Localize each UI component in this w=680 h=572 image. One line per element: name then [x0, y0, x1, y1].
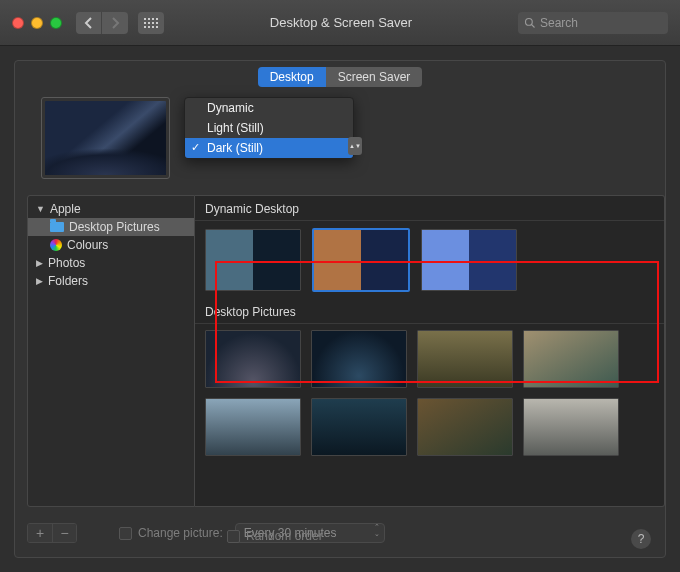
search-icon [524, 17, 536, 29]
sidebar-item-apple[interactable]: ▼ Apple [28, 200, 194, 218]
dropdown-menu: Dynamic Light (Still) Dark (Still) [184, 97, 354, 159]
wallpaper-thumb[interactable] [417, 398, 513, 456]
close-window-button[interactable] [12, 17, 24, 29]
checkbox-icon [119, 527, 132, 540]
chevron-right-icon [110, 17, 120, 29]
add-remove-source: + − [27, 523, 77, 543]
disclosure-right-icon: ▶ [36, 276, 43, 286]
tab-desktop[interactable]: Desktop [258, 67, 326, 87]
minimize-window-button[interactable] [31, 17, 43, 29]
wallpaper-thumb[interactable] [205, 330, 301, 388]
wallpaper-thumb[interactable] [523, 330, 619, 388]
dropdown-option-dark-still[interactable]: Dark (Still) [185, 138, 353, 158]
sidebar-label: Apple [50, 202, 81, 216]
wallpaper-thumb[interactable] [417, 330, 513, 388]
bottom-bar: + − Change picture: Every 30 minutes ? [27, 517, 653, 549]
wallpaper-appearance-dropdown[interactable]: Dynamic Light (Still) Dark (Still) ▲▼ [184, 97, 354, 159]
traffic-lights [12, 17, 62, 29]
sidebar-label: Colours [67, 238, 108, 252]
stepper-arrows-icon: ▲▼ [348, 137, 362, 155]
wallpaper-thumb[interactable] [311, 398, 407, 456]
disclosure-right-icon: ▶ [36, 258, 43, 268]
wallpaper-thumb[interactable] [311, 330, 407, 388]
zoom-window-button[interactable] [50, 17, 62, 29]
svg-line-1 [532, 24, 535, 27]
svg-point-0 [526, 18, 533, 25]
sidebar-item-photos[interactable]: ▶ Photos [28, 254, 194, 272]
search-field[interactable]: Search [518, 12, 668, 34]
sidebar-item-desktop-pictures[interactable]: Desktop Pictures [28, 218, 194, 236]
sidebar-label: Desktop Pictures [69, 220, 160, 234]
search-placeholder: Search [540, 16, 578, 30]
random-order-label: Random order [246, 529, 323, 543]
random-order-checkbox[interactable]: Random order [227, 529, 323, 543]
source-list: ▼ Apple Desktop Pictures Colours ▶ Photo… [27, 195, 195, 507]
current-wallpaper-preview [41, 97, 170, 179]
back-button[interactable] [76, 12, 102, 34]
dynamic-thumb-mojave[interactable] [313, 229, 409, 291]
wallpaper-thumb[interactable] [205, 398, 301, 456]
wallpaper-browser: Dynamic Desktop Desktop Pictures [195, 195, 665, 507]
dynamic-thumb-catalina[interactable] [205, 229, 301, 291]
sidebar-label: Folders [48, 274, 88, 288]
remove-source-button[interactable]: − [52, 524, 76, 542]
section-header-dynamic-desktop: Dynamic Desktop [195, 196, 664, 221]
window-titlebar: Desktop & Screen Saver Search [0, 0, 680, 46]
disclosure-down-icon: ▼ [36, 204, 45, 214]
colour-wheel-icon [50, 239, 62, 251]
dropdown-option-dynamic[interactable]: Dynamic [185, 98, 353, 118]
desktop-pictures-grid [195, 324, 664, 462]
pane-inner: Desktop Screen Saver Dynamic Light (Stil… [14, 60, 666, 558]
help-button[interactable]: ? [631, 529, 651, 549]
wallpaper-preview-image [45, 101, 166, 175]
change-picture-checkbox[interactable]: Change picture: [119, 526, 223, 540]
sidebar-label: Photos [48, 256, 85, 270]
folder-icon [50, 222, 64, 232]
tab-screen-saver[interactable]: Screen Saver [326, 67, 423, 87]
preference-pane: Desktop Screen Saver Dynamic Light (Stil… [0, 46, 680, 572]
dynamic-thumb-gradient[interactable] [421, 229, 517, 291]
nav-buttons [76, 12, 128, 34]
sidebar-item-colours[interactable]: Colours [28, 236, 194, 254]
section-header-desktop-pictures: Desktop Pictures [195, 299, 664, 324]
window-title: Desktop & Screen Saver [164, 15, 518, 30]
add-source-button[interactable]: + [28, 524, 52, 542]
chevron-left-icon [84, 17, 94, 29]
change-picture-label: Change picture: [138, 526, 223, 540]
wallpaper-thumb[interactable] [523, 398, 619, 456]
forward-button[interactable] [102, 12, 128, 34]
sidebar-item-folders[interactable]: ▶ Folders [28, 272, 194, 290]
dropdown-option-light-still[interactable]: Light (Still) [185, 118, 353, 138]
grid-icon [144, 18, 158, 28]
tab-bar: Desktop Screen Saver [15, 61, 665, 87]
dynamic-desktop-row [195, 221, 664, 299]
show-all-prefs-button[interactable] [138, 12, 164, 34]
checkbox-icon [227, 530, 240, 543]
